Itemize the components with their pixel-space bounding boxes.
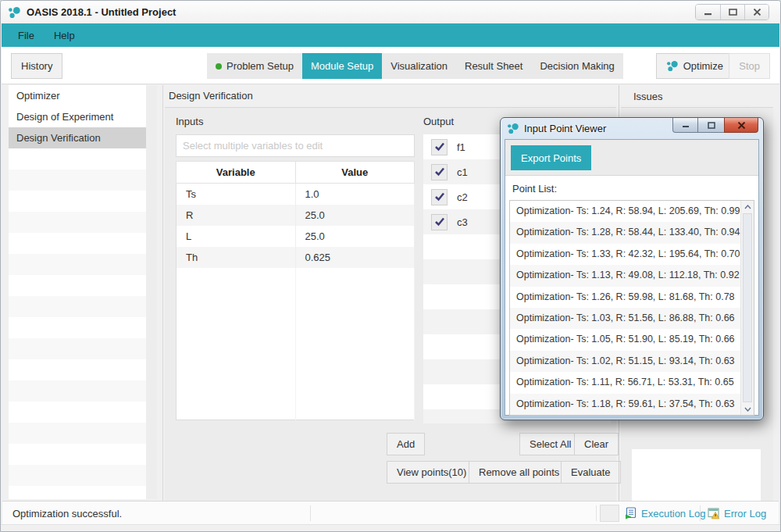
table-row: R 25.0 — [177, 205, 415, 226]
point-list-item[interactable]: Optimization- Ts: 1.13, R: 49.08, L: 112… — [510, 265, 740, 286]
point-rows: Optimization- Ts: 1.24, R: 58.94, L: 205… — [510, 201, 740, 415]
inputs-label: Inputs — [176, 116, 203, 127]
tab-label: Problem Setup — [226, 60, 294, 72]
window-bottom-frame — [1, 524, 780, 531]
variable-value-cell[interactable]: 1.0 — [295, 184, 415, 205]
point-list: Optimization- Ts: 1.24, R: 58.94, L: 205… — [509, 200, 754, 416]
window-controls — [695, 4, 769, 20]
dialog-minimize-icon[interactable] — [672, 118, 698, 133]
history-button[interactable]: History — [11, 53, 62, 79]
export-points-button[interactable]: Export Points — [511, 145, 591, 170]
app-logo-icon — [8, 6, 21, 19]
page-title: Design Verification — [169, 90, 253, 102]
checkmark-icon — [434, 217, 445, 227]
point-list-item[interactable]: Optimization- Ts: 1.03, R: 51.56, L: 86.… — [510, 308, 740, 329]
issues-title: Issues — [633, 91, 663, 102]
variable-name-cell: L — [177, 226, 296, 247]
variable-name-cell: Ts — [177, 184, 296, 205]
error-log-icon — [708, 507, 720, 520]
dialog-close-icon[interactable] — [724, 118, 758, 133]
variable-value-cell[interactable]: 25.0 — [295, 226, 415, 247]
scroll-up-icon[interactable] — [741, 201, 754, 212]
table-empty-area — [177, 268, 415, 420]
status-divider — [596, 505, 597, 521]
output-checkbox-c2[interactable] — [431, 189, 448, 205]
column-header-variable: Variable — [177, 162, 296, 184]
status-dot-icon — [216, 63, 222, 70]
status-message: Optimization successful. — [12, 508, 122, 520]
output-checkbox-f1[interactable] — [431, 139, 448, 155]
clear-button[interactable]: Clear — [574, 433, 619, 455]
input-point-viewer-dialog: Input Point Viewer Export Points Point L… — [500, 117, 764, 420]
sidebar-item-design-of-experiment[interactable]: Design of Experiment — [9, 106, 146, 127]
view-points-button[interactable]: View points(10) — [387, 461, 476, 484]
point-list-item[interactable]: Optimization- Ts: 1.28, R: 58.44, L: 133… — [510, 222, 740, 243]
output-label: Output — [423, 116, 454, 127]
menu-item-help[interactable]: Help — [54, 30, 75, 41]
sidebar-item-design-verification[interactable]: Design Verification — [9, 127, 146, 148]
tab-problem-setup[interactable]: Problem Setup — [207, 53, 302, 79]
point-list-item[interactable]: Optimization- Ts: 1.11, R: 56.71, L: 53.… — [510, 372, 740, 393]
menu-item-file[interactable]: File — [18, 30, 34, 41]
table-row: L 25.0 — [177, 226, 415, 247]
sidebar: Optimizer Design of Experiment Design Ve… — [9, 85, 146, 499]
point-list-item[interactable]: Optimization- Ts: 1.18, R: 59.61, L: 37.… — [510, 394, 740, 415]
checkmark-icon — [434, 192, 445, 202]
column-header-value: Value — [295, 162, 415, 184]
dialog-client-area: Export Points Point List: Optimization- … — [505, 139, 759, 416]
optimize-molecule-icon — [666, 60, 679, 72]
error-log-label: Error Log — [724, 508, 766, 520]
tab-module-setup[interactable]: Module Setup — [302, 53, 382, 79]
tab-decision-making[interactable]: Decision Making — [531, 53, 622, 79]
error-log-button[interactable]: Error Log — [708, 507, 766, 520]
output-checkbox-c1[interactable] — [431, 164, 448, 180]
application-window: OASIS 2018.1 - Untitled Project File Hel… — [0, 0, 781, 532]
tab-label: Visualization — [390, 60, 448, 72]
optimize-label: Optimize — [683, 60, 723, 72]
module-tabstrip: Problem Setup Module Setup Visualization… — [207, 53, 623, 79]
status-divider — [310, 505, 311, 521]
stop-button[interactable]: Stop — [729, 53, 770, 79]
output-item-label: c2 — [457, 191, 468, 203]
dialog-app-icon — [507, 123, 519, 134]
scroll-down-icon[interactable] — [741, 403, 754, 415]
optimize-button[interactable]: Optimize — [656, 53, 733, 79]
point-list-item[interactable]: Optimization- Ts: 1.02, R: 51.15, L: 93.… — [510, 351, 740, 372]
status-divider — [700, 505, 701, 521]
variable-value-cell[interactable]: 0.625 — [295, 247, 415, 268]
minimize-icon[interactable] — [696, 5, 720, 20]
dialog-maximize-icon[interactable] — [698, 118, 724, 133]
execution-log-button[interactable]: Execution Log — [625, 507, 705, 520]
scrollbar-thumb[interactable] — [743, 213, 752, 402]
sidebar-scroll-gutter — [146, 85, 157, 499]
toolbar: History Problem Setup Module Setup Visua… — [2, 47, 779, 84]
tab-label: Module Setup — [311, 60, 373, 72]
remove-all-points-button[interactable]: Remove all points — [469, 461, 569, 484]
maximize-icon[interactable] — [720, 5, 744, 20]
point-list-item[interactable]: Optimization- Ts: 1.33, R: 42.32, L: 195… — [510, 244, 740, 265]
execution-log-label: Execution Log — [641, 508, 705, 520]
tab-label: Result Sheet — [465, 60, 522, 72]
output-checkbox-c3[interactable] — [431, 214, 448, 230]
checkmark-icon — [434, 142, 445, 152]
variable-name-cell: R — [177, 205, 296, 226]
multi-variable-edit-input[interactable] — [176, 134, 415, 157]
point-list-item[interactable]: Optimization- Ts: 1.05, R: 51.90, L: 85.… — [510, 329, 740, 350]
evaluate-button[interactable]: Evaluate — [561, 461, 621, 484]
window-title: OASIS 2018.1 - Untitled Project — [27, 6, 176, 18]
add-button[interactable]: Add — [387, 433, 425, 455]
close-icon[interactable] — [744, 5, 769, 20]
variable-name-cell: Th — [177, 247, 296, 268]
select-all-button[interactable]: Select All — [519, 433, 581, 455]
tab-result-sheet[interactable]: Result Sheet — [456, 53, 531, 79]
sidebar-item-optimizer[interactable]: Optimizer — [9, 85, 146, 106]
point-list-item[interactable]: Optimization- Ts: 1.26, R: 59.98, L: 81.… — [510, 287, 740, 308]
sidebar-empty-rows — [9, 148, 146, 499]
tab-visualization[interactable]: Visualization — [382, 53, 456, 79]
dialog-title: Input Point Viewer — [524, 123, 606, 134]
dialog-toolbar: Export Points — [505, 140, 758, 176]
variable-value-cell[interactable]: 25.0 — [295, 205, 415, 226]
point-list-item[interactable]: Optimization- Ts: 1.24, R: 58.94, L: 205… — [510, 201, 740, 222]
point-list-scrollbar[interactable] — [740, 201, 754, 415]
title-bar: OASIS 2018.1 - Untitled Project — [1, 1, 780, 23]
